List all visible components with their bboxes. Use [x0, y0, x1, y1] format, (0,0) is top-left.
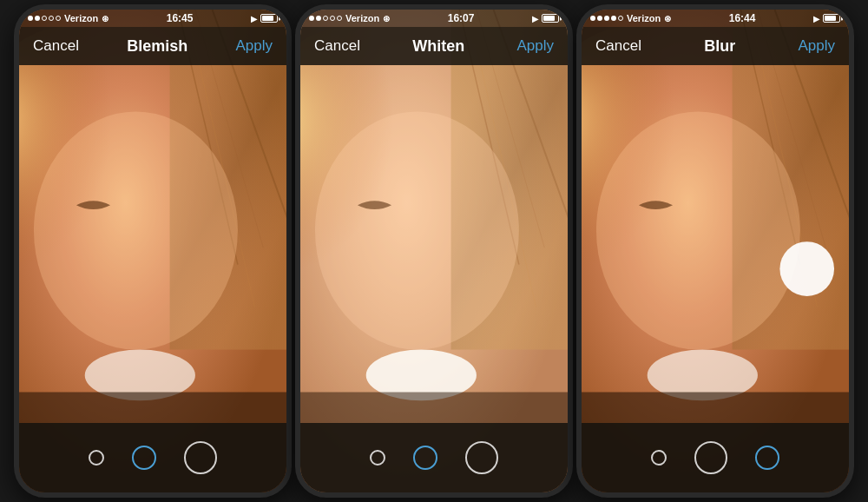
- battery-whiten: [542, 14, 559, 23]
- apply-button-blemish[interactable]: Apply: [235, 37, 273, 55]
- time-whiten: 16:07: [448, 12, 475, 24]
- signal-dot-b1: [590, 16, 595, 21]
- arrow-icon-blemish: ▶: [251, 14, 258, 23]
- status-right-blemish: ▶: [251, 14, 278, 23]
- brush-circle-large-blemish: [184, 441, 217, 474]
- status-bar-whiten: Verizon ⊛ 16:07 ▶: [300, 10, 568, 27]
- title-blemish: Blemish: [127, 37, 187, 56]
- phone-screenshots-container: Verizon ⊛ 16:45 ▶ Cancel Blemish Apply: [14, 4, 854, 498]
- status-right-blur: ▶: [813, 14, 840, 23]
- carrier-blur: Verizon: [627, 13, 661, 23]
- title-blur: Blur: [704, 37, 735, 56]
- status-left-blemish: Verizon ⊛: [28, 13, 108, 23]
- brush-circle-medium-blur: [755, 446, 779, 470]
- phone-blemish: Verizon ⊛ 16:45 ▶ Cancel Blemish Apply: [14, 4, 292, 498]
- brush-large-blur[interactable]: [755, 446, 779, 470]
- battery-fill-blur: [825, 16, 836, 21]
- wifi-icon-blemish: ⊛: [102, 14, 108, 23]
- svg-point-7: [34, 111, 238, 349]
- svg-point-28: [596, 111, 800, 349]
- bottom-toolbar-blur: [582, 423, 849, 492]
- brush-large-whiten[interactable]: [465, 441, 498, 474]
- cancel-button-blur[interactable]: Cancel: [595, 37, 641, 55]
- navbar-whiten: Cancel Whiten Apply: [300, 27, 568, 65]
- signal-dot-w1: [309, 16, 314, 21]
- brush-small-blemish[interactable]: [89, 450, 104, 466]
- title-whiten: Whiten: [412, 37, 464, 56]
- signal-dot-4: [49, 16, 54, 21]
- carrier-whiten: Verizon: [345, 13, 379, 23]
- battery-blur: [823, 14, 840, 23]
- photo-bg-blur: [582, 10, 849, 492]
- brush-circle-large-blur: [694, 441, 727, 474]
- cancel-button-whiten[interactable]: Cancel: [314, 37, 360, 55]
- status-bar-blemish: Verizon ⊛ 16:45 ▶: [19, 10, 286, 27]
- arrow-icon-whiten: ▶: [532, 14, 539, 23]
- apply-button-blur[interactable]: Apply: [798, 37, 835, 55]
- brush-circle-small-whiten: [370, 450, 385, 466]
- photo-bg-blemish: [19, 10, 286, 492]
- bottom-toolbar-blemish: [19, 423, 286, 492]
- photo-svg-whiten: [300, 10, 568, 492]
- signal-dot-b3: [604, 16, 609, 21]
- photo-svg-blemish: [19, 10, 286, 492]
- signal-dot-1: [28, 16, 33, 21]
- bottom-toolbar-whiten: [300, 423, 568, 492]
- signal-dot-5: [56, 16, 61, 21]
- signal-dot-w5: [337, 16, 342, 21]
- brush-medium-blemish[interactable]: [132, 446, 156, 470]
- brush-circle-large-whiten: [465, 441, 498, 474]
- wifi-icon-whiten: ⊛: [383, 14, 390, 23]
- time-blemish: 16:45: [167, 12, 194, 24]
- signal-dot-3: [42, 16, 47, 21]
- cancel-button-blemish[interactable]: Cancel: [33, 37, 79, 55]
- navbar-blur: Cancel Blur Apply: [582, 27, 849, 65]
- svg-point-18: [315, 111, 519, 349]
- signal-dot-b5: [618, 16, 623, 21]
- status-left-whiten: Verizon ⊛: [309, 13, 390, 23]
- brush-medium-blur[interactable]: [694, 441, 727, 474]
- status-bar-blur: Verizon ⊛ 16:44 ▶: [582, 10, 849, 27]
- signal-dots-blemish: [28, 16, 61, 21]
- phone-whiten: Verizon ⊛ 16:07 ▶ Cancel Whiten Apply: [295, 4, 573, 498]
- signal-dot-w2: [316, 16, 321, 21]
- signal-dots-blur: [590, 16, 623, 21]
- brush-small-whiten[interactable]: [370, 450, 385, 466]
- battery-blemish: [260, 14, 278, 23]
- brush-small-blur[interactable]: [651, 450, 667, 466]
- carrier-blemish: Verizon: [64, 13, 98, 23]
- brush-circle-small-blur: [651, 450, 667, 466]
- wifi-icon-blur: ⊛: [664, 14, 671, 23]
- brush-medium-whiten[interactable]: [413, 446, 437, 470]
- svg-point-31: [779, 241, 834, 296]
- signal-dot-b2: [597, 16, 602, 21]
- signal-dot-2: [35, 16, 40, 21]
- brush-circle-small-blemish: [89, 450, 104, 466]
- signal-dot-w4: [330, 16, 335, 21]
- status-left-blur: Verizon ⊛: [590, 13, 671, 23]
- signal-dots-whiten: [309, 16, 342, 21]
- battery-fill-blemish: [262, 16, 273, 21]
- battery-fill-whiten: [543, 16, 555, 21]
- brush-circle-medium-whiten: [413, 446, 437, 470]
- apply-button-whiten[interactable]: Apply: [516, 37, 554, 55]
- time-blur: 16:44: [729, 12, 756, 24]
- status-right-whiten: ▶: [532, 14, 559, 23]
- navbar-blemish: Cancel Blemish Apply: [19, 27, 286, 65]
- photo-bg-whiten: [300, 10, 568, 492]
- arrow-icon-blur: ▶: [813, 14, 820, 23]
- photo-svg-blur: [582, 10, 849, 492]
- brush-circle-medium-blemish: [132, 446, 156, 470]
- signal-dot-w3: [323, 16, 328, 21]
- phone-blur: Verizon ⊛ 16:44 ▶ Cancel Blur Apply: [576, 4, 854, 498]
- signal-dot-b4: [611, 16, 616, 21]
- brush-large-blemish[interactable]: [184, 441, 217, 474]
